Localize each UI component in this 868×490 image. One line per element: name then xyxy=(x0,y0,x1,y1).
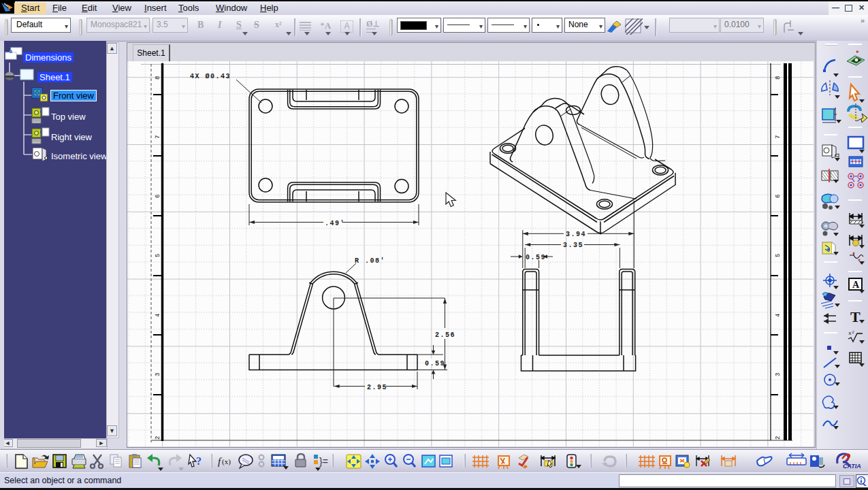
svg-text:5: 5 xyxy=(775,254,782,257)
svg-text:2: 2 xyxy=(155,436,161,440)
svg-text:2.95: 2.95 xyxy=(367,384,387,391)
svg-text:4: 4 xyxy=(155,314,161,317)
svg-text:}=: }= xyxy=(319,456,328,467)
svg-text:A: A xyxy=(852,280,860,290)
svg-text:4X Ø0.43: 4X Ø0.43 xyxy=(190,73,231,80)
svg-text:5: 5 xyxy=(155,254,161,257)
svg-text:0.59: 0.59 xyxy=(425,360,445,368)
svg-text:6: 6 xyxy=(155,195,161,198)
svg-text:8: 8 xyxy=(155,76,161,80)
svg-text:2: 2 xyxy=(775,436,782,440)
svg-text:R .08': R .08' xyxy=(355,257,385,265)
svg-text:3.94: 3.94 xyxy=(566,231,586,238)
svg-text:6: 6 xyxy=(775,195,782,198)
svg-text:4: 4 xyxy=(775,314,782,317)
svg-text:x²: x² xyxy=(848,330,855,336)
svg-text:0.59: 0.59 xyxy=(526,254,546,261)
svg-text:2.56: 2.56 xyxy=(435,331,455,339)
svg-text:CATIA: CATIA xyxy=(843,463,861,470)
svg-text:3: 3 xyxy=(775,373,782,376)
svg-text:(x): (x) xyxy=(222,457,231,466)
svg-text:.49': .49' xyxy=(325,220,345,227)
svg-text:7: 7 xyxy=(155,135,161,139)
svg-text:8: 8 xyxy=(775,76,782,80)
svg-text:T: T xyxy=(850,308,861,325)
svg-text:7: 7 xyxy=(775,135,782,139)
svg-text:3: 3 xyxy=(155,373,161,376)
svg-text:3.35: 3.35 xyxy=(563,242,583,249)
svg-text:?: ? xyxy=(196,455,202,467)
